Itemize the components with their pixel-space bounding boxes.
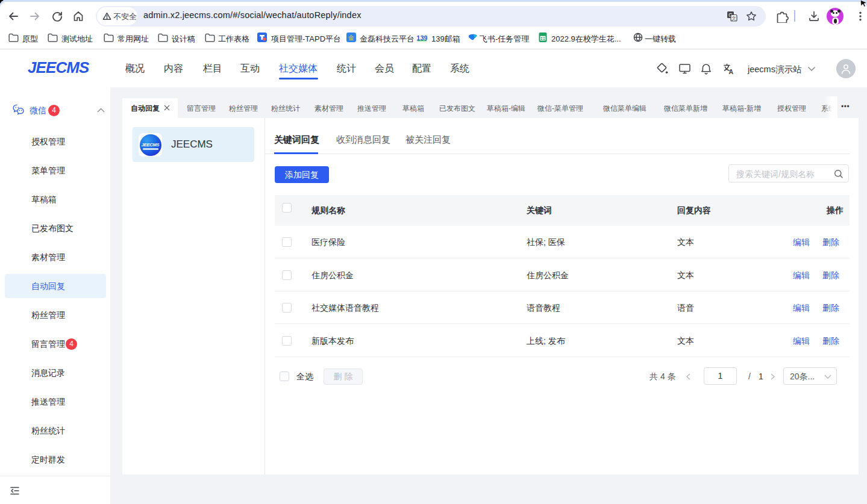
svg-text:金: 金 xyxy=(348,34,354,41)
svg-text:139: 139 xyxy=(417,34,427,42)
svg-text:文: 文 xyxy=(731,16,736,21)
svg-text:A: A xyxy=(728,68,733,75)
